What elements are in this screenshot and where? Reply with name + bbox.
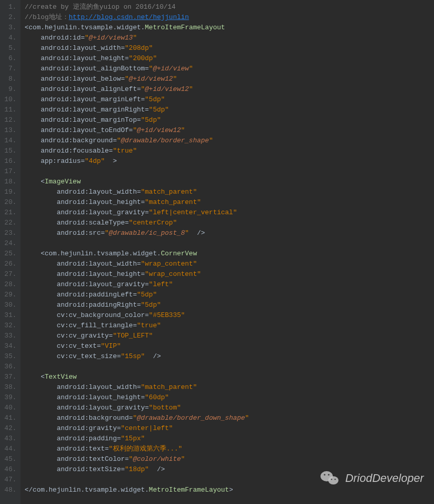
- line-number: 16.: [2, 156, 16, 166]
- line-number: 45.: [2, 454, 16, 464]
- code-line: android:layout_width="match_parent": [25, 187, 432, 197]
- code-line: android:layout_height="match_parent": [25, 197, 432, 208]
- line-number: 29.: [2, 290, 16, 300]
- svg-point-1: [328, 476, 338, 484]
- line-number: 12.: [2, 115, 16, 125]
- line-number: 36.: [2, 362, 16, 372]
- code-line: android:id="@+id/view13": [25, 33, 432, 43]
- wechat-icon: [319, 468, 340, 489]
- code-line: cv:cv_background_color="#5EB335": [25, 310, 432, 321]
- code-line: <ImageView: [25, 177, 432, 187]
- code-line: android:layout_alignBottom="@+id/view": [25, 64, 432, 74]
- line-number: 35.: [2, 351, 16, 362]
- code-line: android:layout_height="200dp": [25, 53, 432, 64]
- line-number: 46.: [2, 464, 16, 475]
- code-line: android:gravity="center|left": [25, 423, 432, 434]
- code-line: <com.hejunlin.tvsample.widget.MetroItemF…: [25, 23, 432, 33]
- line-number: 9.: [2, 84, 16, 95]
- line-number: 18.: [2, 177, 16, 187]
- line-number: 30.: [2, 300, 16, 310]
- line-number: 21.: [2, 208, 16, 218]
- code-line: android:text="权利的游戏第六季...": [25, 444, 432, 454]
- line-number: 10.: [2, 95, 16, 105]
- code-line: android:paddingLeft="5dp": [25, 290, 432, 300]
- code-line: [25, 362, 432, 372]
- line-number: 34.: [2, 341, 16, 351]
- line-number: 14.: [2, 136, 16, 146]
- code-line: android:layout_height="wrap_content": [25, 269, 432, 279]
- line-number: 26.: [2, 259, 16, 269]
- svg-point-4: [331, 479, 332, 480]
- line-number: 6.: [2, 53, 16, 64]
- line-number: 37.: [2, 372, 16, 382]
- line-number: 22.: [2, 218, 16, 228]
- code-line: android:layout_below="@+id/view12": [25, 74, 432, 84]
- line-number: 28.: [2, 279, 16, 290]
- line-number: 40.: [2, 403, 16, 413]
- code-line: android:textColor="@color/white": [25, 454, 432, 464]
- code-line: android:layout_gravity="left": [25, 279, 432, 290]
- line-number: 27.: [2, 269, 16, 279]
- code-line: android:layout_width="208dp": [25, 43, 432, 53]
- code-line: <TextView: [25, 372, 432, 382]
- code-line: <com.hejunlin.tvsample.widget.CornerVew: [25, 249, 432, 259]
- code-line: android:src="@drawable/ic_post_8" />: [25, 228, 432, 238]
- line-number: 4.: [2, 33, 16, 43]
- code-line: android:focusable="true": [25, 146, 432, 156]
- line-number: 47.: [2, 475, 16, 485]
- code-line: android:layout_gravity="bottom": [25, 403, 432, 413]
- line-number: 20.: [2, 197, 16, 208]
- line-number: 24.: [2, 238, 16, 249]
- line-number: 39.: [2, 393, 16, 403]
- code-line: cv:cv_text_size="15sp" />: [25, 351, 432, 362]
- line-number: 44.: [2, 444, 16, 454]
- line-number: 43.: [2, 434, 16, 444]
- code-line: android:layout_marginRight="5dp": [25, 105, 432, 115]
- code-line: android:layout_marginTop="5dp": [25, 115, 432, 125]
- line-number: 2.: [2, 12, 16, 23]
- code-line: //create by 逆流的鱼yuiop on 2016/10/14: [25, 2, 432, 12]
- watermark: DriodDeveloper: [319, 468, 424, 489]
- code-line: android:background="@drawable/border_dow…: [25, 413, 432, 423]
- code-area: //create by 逆流的鱼yuiop on 2016/10/14//blo…: [21, 0, 434, 504]
- line-number: 32.: [2, 321, 16, 331]
- code-line: android:paddingRight="5dp": [25, 300, 432, 310]
- code-line: android:padding="15px": [25, 434, 432, 444]
- line-number: 8.: [2, 74, 16, 84]
- code-line: android:scaleType="centerCrop": [25, 218, 432, 228]
- code-line: cv:cv_gravity="TOP_LEFT": [25, 331, 432, 341]
- svg-point-3: [328, 474, 330, 475]
- line-number: 5.: [2, 43, 16, 53]
- code-line: app:radius="4dp" >: [25, 156, 432, 166]
- line-number: 11.: [2, 105, 16, 115]
- code-line: [25, 238, 432, 249]
- line-number: 31.: [2, 310, 16, 321]
- code-line: android:background="@drawable/border_sha…: [25, 136, 432, 146]
- code-line: android:layout_width="wrap_content": [25, 259, 432, 269]
- line-number: 17.: [2, 166, 16, 177]
- line-number: 13.: [2, 125, 16, 136]
- line-number-gutter: 1.2.3.4.5.6.7.8.9.10.11.12.13.14.15.16.1…: [0, 0, 21, 504]
- line-number: 3.: [2, 23, 16, 33]
- line-number: 38.: [2, 382, 16, 393]
- code-line: android:layout_toEndOf="@+id/view12": [25, 125, 432, 136]
- line-number: 19.: [2, 187, 16, 197]
- code-line: android:layout_marginLeft="5dp": [25, 95, 432, 105]
- code-line: android:layout_gravity="left|center_vert…: [25, 208, 432, 218]
- code-line: android:layout_height="60dp": [25, 393, 432, 403]
- svg-point-5: [334, 479, 336, 480]
- line-number: 48.: [2, 485, 16, 495]
- line-number: 41.: [2, 413, 16, 423]
- line-number: 33.: [2, 331, 16, 341]
- watermark-text: DriodDeveloper: [345, 473, 424, 483]
- code-line: android:layout_alignLeft="@+id/view12": [25, 84, 432, 95]
- line-number: 1.: [2, 2, 16, 12]
- line-number: 15.: [2, 146, 16, 156]
- line-number: 42.: [2, 423, 16, 434]
- line-number: 25.: [2, 249, 16, 259]
- code-line: //blog地址：http://blog.csdn.net/hejjunlin: [25, 12, 432, 23]
- code-editor: 1.2.3.4.5.6.7.8.9.10.11.12.13.14.15.16.1…: [0, 0, 434, 504]
- line-number: 7.: [2, 64, 16, 74]
- svg-point-2: [324, 474, 326, 475]
- code-line: android:layout_width="match_parent": [25, 382, 432, 393]
